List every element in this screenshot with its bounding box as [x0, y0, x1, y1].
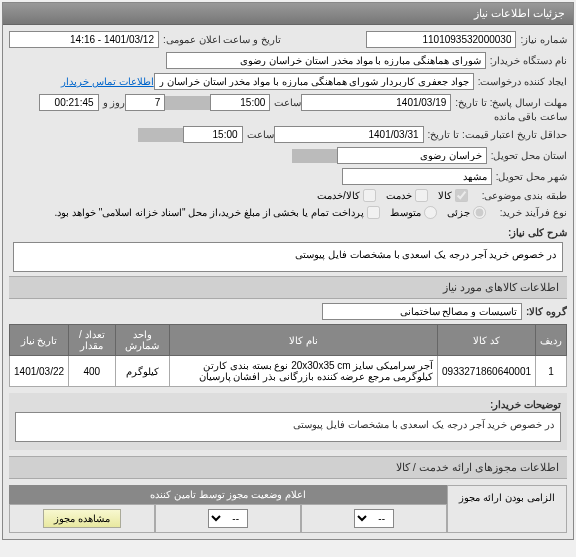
days-label: روز و — [103, 97, 126, 108]
th-code: کد کالا — [438, 325, 536, 356]
cert-right: اعلام وضعیت مجوز توسط تامین کننده -- -- … — [9, 485, 447, 533]
panel-body: شماره نیاز: تاریخ و ساعت اعلان عمومی: نا… — [3, 25, 573, 539]
city-input[interactable] — [342, 168, 492, 185]
city-label: شهر محل تحویل: — [496, 171, 567, 182]
announce-input[interactable] — [9, 31, 159, 48]
deadline-label: مهلت ارسال پاسخ: تا تاریخ: — [455, 97, 567, 108]
time-label-2: ساعت — [247, 129, 274, 140]
buyer-note-label: توضیحات خریدار: — [15, 399, 561, 410]
lbl-kala: کالا — [438, 190, 452, 201]
deadline-time-input[interactable] — [210, 94, 270, 111]
cell-unit: کیلوگرم — [115, 356, 169, 387]
gray-block-3 — [292, 149, 337, 163]
need-title-box: در خصوص خرید آجر درجه یک اسعدی با مشخصات… — [13, 242, 563, 272]
buyer-input[interactable] — [166, 52, 486, 69]
buyer-label: نام دستگاه خریدار: — [490, 55, 567, 66]
cell-idx: 1 — [536, 356, 567, 387]
days-input[interactable] — [125, 94, 165, 111]
table-header-row: ردیف کد کالا نام کالا واحد شمارش تعداد /… — [10, 325, 567, 356]
buyer-note-box: در خصوص خرید آجر درجه یک اسعدی با مشخصات… — [15, 412, 561, 442]
lbl-small: جزئی — [447, 207, 470, 218]
group-input[interactable] — [322, 303, 522, 320]
cert-view-button[interactable]: مشاهده مجوز — [43, 509, 121, 528]
buyer-note-area: توضیحات خریدار: در خصوص خرید آجر درجه یک… — [9, 393, 567, 450]
cert-row: -- -- مشاهده مجوز — [9, 504, 447, 533]
cell-code: 0933271860640001 — [438, 356, 536, 387]
cell-name: آجر سرامیکی سایز 20x30x35 cm نوع بسته بن… — [169, 356, 437, 387]
payment-note: پرداخت تمام یا بخشی از مبلغ خرید،از محل … — [54, 207, 363, 218]
goods-section-title: اطلاعات کالاهای مورد نیاز — [9, 276, 567, 299]
credit-time-input[interactable] — [183, 126, 243, 143]
chk-treasury — [367, 206, 380, 219]
rad-med — [424, 206, 437, 219]
credit-date-input[interactable] — [274, 126, 424, 143]
cert-cell-1: -- — [301, 504, 447, 533]
process-label: نوع فرآیند خرید: — [500, 207, 567, 218]
cert-table: الزامی بودن ارائه مجوز اعلام وضعیت مجوز … — [9, 485, 567, 533]
chk-both — [363, 189, 376, 202]
chk-kala — [455, 189, 468, 202]
need-no-input[interactable] — [366, 31, 516, 48]
province-input[interactable] — [337, 147, 487, 164]
creator-input[interactable] — [154, 73, 474, 90]
credit-label: حداقل تاریخ اعتبار قیمت: تا تاریخ: — [428, 129, 567, 140]
goods-table: ردیف کد کالا نام کالا واحد شمارش تعداد /… — [9, 324, 567, 387]
announce-label: تاریخ و ساعت اعلان عمومی: — [163, 34, 281, 45]
cert-cell-3: مشاهده مجوز — [9, 504, 155, 533]
cert-select-1[interactable]: -- — [354, 509, 394, 528]
cell-qty: 400 — [69, 356, 115, 387]
panel-title: جزئیات اطلاعات نیاز — [3, 3, 573, 25]
lbl-med: متوسط — [390, 207, 421, 218]
province-label: استان محل تحویل: — [491, 150, 567, 161]
th-date: تاریخ نیاز — [10, 325, 69, 356]
remain-time-input[interactable] — [39, 94, 99, 111]
need-no-label: شماره نیاز: — [520, 34, 567, 45]
subject-label: طبقه بندی موضوعی: — [482, 190, 567, 201]
th-unit: واحد شمارش — [115, 325, 169, 356]
need-title-label: شرح کلی نیاز: — [508, 227, 567, 238]
lbl-khedmat: خدمت — [386, 190, 412, 201]
gray-block-1 — [165, 96, 210, 110]
cert-select-2[interactable]: -- — [208, 509, 248, 528]
cell-date: 1401/03/22 — [10, 356, 69, 387]
cert-status-header: اعلام وضعیت مجوز توسط تامین کننده — [9, 485, 447, 504]
gray-block-2 — [138, 128, 183, 142]
deadline-date-input[interactable] — [301, 94, 451, 111]
table-row[interactable]: 1 0933271860640001 آجر سرامیکی سایز 20x3… — [10, 356, 567, 387]
rad-small — [473, 206, 486, 219]
time-label-1: ساعت — [274, 97, 301, 108]
lbl-both: کالا/خدمت — [317, 190, 360, 201]
cert-cell-2: -- — [155, 504, 301, 533]
group-label: گروه کالا: — [526, 306, 567, 317]
need-details-panel: جزئیات اطلاعات نیاز شماره نیاز: تاریخ و … — [2, 2, 574, 540]
creator-label: ایجاد کننده درخواست: — [478, 76, 567, 87]
th-row: ردیف — [536, 325, 567, 356]
cert-mandatory-label: الزامی بودن ارائه مجوز — [447, 485, 567, 533]
remain-label: ساعت باقی مانده — [494, 111, 567, 122]
th-name: نام کالا — [169, 325, 437, 356]
cert-section-title: اطلاعات مجوزهای ارائه خدمت / کالا — [9, 456, 567, 479]
th-qty: تعداد / مقدار — [69, 325, 115, 356]
chk-khedmat — [415, 189, 428, 202]
contact-link[interactable]: اطلاعات تماس خریدار — [61, 76, 154, 87]
